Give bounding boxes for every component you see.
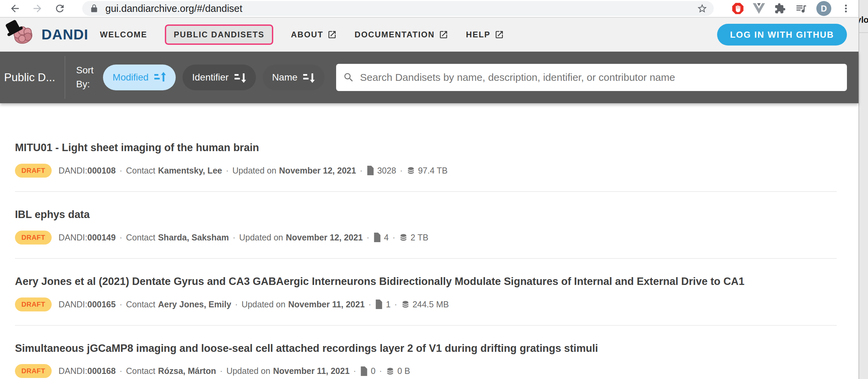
dandiset-list: MITU01 - Light sheet imaging of the huma… [0, 103, 858, 379]
separator-dot [350, 366, 360, 376]
separator-dot [116, 166, 126, 176]
separator-dot [116, 366, 126, 376]
media-queue-icon[interactable] [795, 2, 808, 15]
dandi-logo [5, 20, 36, 49]
background-window-divider [859, 32, 868, 33]
dandiset-file-count: 3028 [366, 166, 396, 176]
bookmark-star-icon[interactable] [697, 3, 708, 14]
dandiset-meta: DRAFT DANDI:000149 ContactSharda, Saksha… [15, 231, 837, 245]
dandiset-contact: ContactSharda, Saksham [126, 233, 229, 242]
separator-dot [116, 233, 126, 242]
nav-help[interactable]: HELP [466, 30, 504, 39]
dandiset-contact: ContactKamentsky, Lee [126, 166, 222, 176]
dandiset-size: 0 B [386, 366, 410, 376]
sort-descending-icon [303, 72, 315, 83]
address-bar[interactable]: gui.dandiarchive.org/#/dandiset [82, 1, 714, 16]
nav-about[interactable]: ABOUT [291, 30, 337, 39]
external-link-icon [494, 30, 504, 39]
separator-dot [365, 300, 375, 309]
file-icon [375, 300, 383, 309]
separator-dot [396, 166, 406, 176]
dandiset-id: DANDI:000108 [58, 166, 116, 176]
status-badge: DRAFT [15, 164, 52, 178]
sort-toolbar: Public D... Sort By: Modified Identifier… [0, 52, 858, 103]
search-box [336, 64, 847, 91]
dandiset-file-count: 0 [360, 366, 376, 376]
separator-dot [390, 300, 401, 309]
dandiset-file-count: 1 [375, 300, 390, 309]
dandiset-id: DANDI:000149 [58, 233, 116, 242]
dandiset-id: DANDI:000168 [58, 366, 116, 376]
sort-identifier-button[interactable]: Identifier [183, 65, 256, 90]
status-badge: DRAFT [15, 297, 52, 311]
dandiset-meta: DRAFT DANDI:000108 ContactKamentsky, Lee… [15, 164, 837, 178]
external-link-icon [439, 30, 448, 39]
profile-avatar[interactable]: D [816, 1, 831, 16]
dandiset-item: IBL ephys data DRAFT DANDI:000149 Contac… [15, 192, 837, 259]
back-icon[interactable] [8, 2, 22, 15]
browser-toolbar: gui.dandiarchive.org/#/dandiset D [0, 0, 858, 18]
separator-dot [222, 166, 232, 176]
extensions-puzzle-icon[interactable] [774, 2, 786, 15]
search-input[interactable] [360, 72, 840, 83]
separator-dot [363, 233, 373, 242]
dandiset-size: 2 TB [399, 233, 428, 242]
dandiset-size: 97.4 TB [406, 166, 448, 176]
dandiset-updated: Updated onNovember 11, 2021 [226, 366, 349, 376]
dandiset-updated: Updated onNovember 12, 2021 [232, 166, 356, 176]
reload-icon[interactable] [53, 2, 67, 15]
dandiset-title[interactable]: MITU01 - Light sheet imaging of the huma… [15, 141, 803, 155]
file-icon [366, 166, 375, 175]
database-icon [386, 367, 395, 376]
nav-public-dandisets[interactable]: PUBLIC DANDISETS [165, 24, 273, 45]
dandiset-size: 244.5 MB [401, 300, 449, 309]
dandiset-updated: Updated onNovember 11, 2021 [242, 300, 365, 309]
dandiset-title[interactable]: Aery Jones et al (2021) Dentate Gyrus an… [15, 274, 803, 289]
lock-icon[interactable] [90, 4, 99, 13]
app-header: DANDI WELCOME PUBLIC DANDISETS ABOUT DOC… [0, 18, 858, 52]
login-github-button[interactable]: LOG IN WITH GITHUB [717, 24, 847, 46]
dandiset-item: Simultaneous jGCaMP8 imaging and loose-s… [15, 326, 837, 379]
main-nav: WELCOME PUBLIC DANDISETS ABOUT DOCUMENTA… [100, 24, 504, 45]
dandiset-meta: DRAFT DANDI:000168 ContactRózsa, Márton … [15, 364, 837, 378]
dandiset-contact: ContactAery Jones, Emily [126, 300, 231, 309]
external-link-icon [327, 30, 337, 39]
sort-modified-button[interactable]: Modified [103, 65, 176, 90]
file-icon [360, 366, 368, 376]
brand-name[interactable]: DANDI [41, 26, 88, 43]
toolbar-divider [65, 56, 65, 99]
adblock-extension-icon[interactable] [731, 2, 744, 15]
file-icon [373, 233, 381, 242]
background-window-sliver: ylog [858, 0, 868, 379]
sort-descending-icon [234, 72, 246, 83]
forward-icon[interactable] [31, 2, 44, 15]
search-icon [343, 72, 354, 83]
separator-dot [376, 366, 386, 376]
nav-welcome[interactable]: WELCOME [100, 30, 147, 39]
sort-name-button[interactable]: Name [263, 65, 325, 90]
dandiset-title[interactable]: IBL ephys data [15, 207, 803, 222]
separator-dot [216, 366, 226, 376]
dandiset-file-count: 4 [373, 233, 389, 242]
dandiset-title[interactable]: Simultaneous jGCaMP8 imaging and loose-s… [15, 341, 803, 356]
dandiset-item: Aery Jones et al (2021) Dentate Gyrus an… [15, 259, 837, 326]
nav-documentation[interactable]: DOCUMENTATION [354, 30, 448, 39]
vue-devtools-icon[interactable] [752, 2, 765, 15]
content-area: MITU01 - Light sheet imaging of the huma… [0, 103, 858, 379]
browser-window: gui.dandiarchive.org/#/dandiset D [0, 0, 858, 379]
url-text[interactable]: gui.dandiarchive.org/#/dandiset [105, 3, 697, 14]
status-badge: DRAFT [15, 364, 52, 378]
background-window-text: ylog [858, 15, 868, 25]
database-icon [399, 233, 408, 242]
dandiset-updated: Updated onNovember 12, 2021 [239, 233, 363, 242]
database-icon [406, 166, 415, 175]
separator-dot [389, 233, 399, 242]
separator-dot [231, 300, 241, 309]
dandiset-contact: ContactRózsa, Márton [126, 366, 216, 376]
dandiset-meta: DRAFT DANDI:000165 ContactAery Jones, Em… [15, 297, 837, 311]
sort-ascending-icon [154, 72, 166, 83]
status-badge: DRAFT [15, 231, 52, 245]
browser-menu-icon[interactable] [839, 2, 852, 15]
database-icon [401, 300, 410, 309]
page-title: Public D... [0, 71, 65, 84]
